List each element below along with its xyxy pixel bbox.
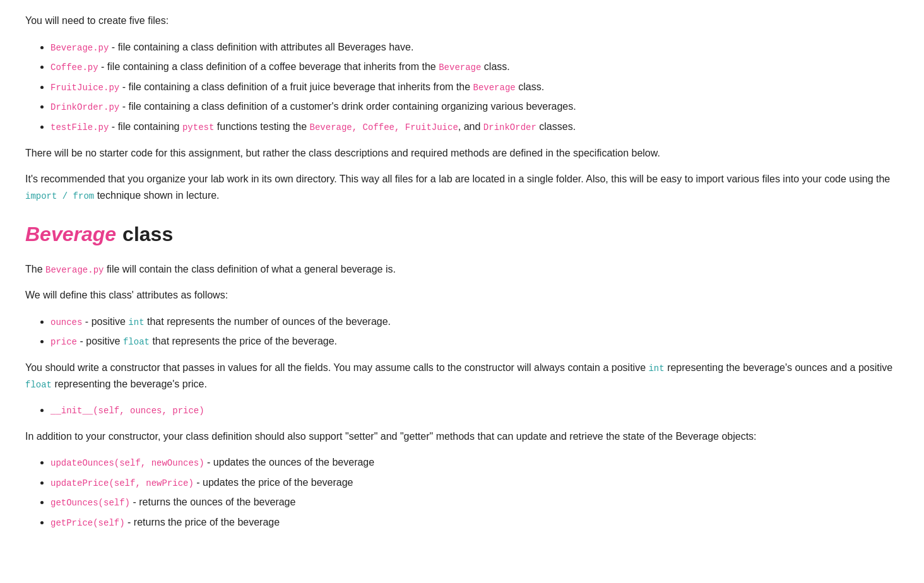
constructor-int: int	[648, 363, 664, 374]
files-list: Beverage.py - file containing a class de…	[25, 39, 899, 135]
organize-text-2: technique shown in lecture.	[94, 190, 219, 201]
method-get-ounces: getOunces(self)	[50, 498, 130, 508]
beverage-intro: The Beverage.py file will contain the cl…	[25, 261, 899, 278]
file-desc-4d: classes.	[536, 121, 576, 132]
constructor-text: You should write a constructor that pass…	[25, 360, 899, 392]
file-desc-1b: class.	[481, 61, 509, 72]
list-item: getPrice(self) - returns the price of th…	[50, 514, 899, 531]
constructor-list: __init__(self, ounces, price)	[25, 402, 899, 418]
constructor-text-2: representing the beverage's ounces and a…	[665, 362, 893, 373]
file-desc-2b: class.	[516, 81, 544, 92]
attr-ounces-desc1: - positive	[82, 316, 128, 327]
list-item: getOunces(self) - returns the ounces of …	[50, 494, 899, 510]
attr-ounces-desc2: that represents the number of ounces of …	[145, 316, 391, 327]
method-get-price-desc: - returns the price of the beverage	[125, 517, 280, 527]
beverage-link-fruitjuice: Beverage	[473, 83, 516, 93]
list-item: price - positive float that represents t…	[50, 333, 899, 350]
define-attributes-text: We will define this class' attributes as…	[25, 287, 899, 303]
list-item: ounces - positive int that represents th…	[50, 314, 899, 330]
method-update-price: updatePrice(self, newPrice)	[50, 478, 194, 488]
beverage-link-coffee: Beverage	[439, 62, 481, 73]
beverage-heading-code: Beverage	[25, 218, 116, 250]
organize-text-1: It's recommended that you organize your …	[25, 174, 890, 184]
filename-fruitjuice: FruitJuice.py	[50, 83, 119, 93]
file-desc-3: - file containing a class definition of …	[119, 101, 576, 112]
method-get-ounces-desc: - returns the ounces of the beverage	[130, 497, 295, 507]
method-update-ounces-desc: - updates the ounces of the beverage	[204, 457, 375, 468]
file-desc-4c: , and	[458, 121, 483, 132]
file-desc-2a: - file containing a class definition of …	[119, 81, 473, 92]
pytest-link: pytest	[182, 122, 214, 132]
files-intro: You will need to create five files:	[25, 13, 899, 29]
beverage-intro-text1: The	[25, 264, 45, 274]
list-item: testFile.py - file containing pytest fun…	[50, 119, 899, 135]
constructor-method: __init__(self, ounces, price)	[50, 406, 204, 416]
attr-ounces-type: int	[128, 317, 144, 327]
method-update-price-desc: - updates the price of the beverage	[194, 477, 353, 488]
beverage-intro-text2: file will contain the class definition o…	[104, 264, 395, 274]
beverage-class-heading: Beverage class	[25, 218, 899, 250]
no-starter-text: There will be no starter code for this a…	[25, 145, 899, 162]
methods-list: updateOunces(self, newOunces) - updates …	[25, 454, 899, 530]
classes-link: Beverage, Coffee, FruitJuice	[310, 122, 458, 132]
list-item: FruitJuice.py - file containing a class …	[50, 79, 899, 95]
method-update-ounces: updateOunces(self, newOunces)	[50, 458, 204, 468]
filename-drinkorder: DrinkOrder.py	[50, 102, 119, 112]
file-desc-0: - file containing a class definition wit…	[109, 42, 413, 52]
list-item: updatePrice(self, newPrice) - updates th…	[50, 474, 899, 491]
file-desc-1a: - file containing a class definition of …	[98, 61, 439, 72]
file-desc-4b: functions testing the	[214, 121, 309, 132]
list-item: __init__(self, ounces, price)	[50, 402, 899, 418]
list-item: Coffee.py - file containing a class defi…	[50, 59, 899, 75]
filename-beverage: Beverage.py	[50, 43, 109, 53]
list-item: Beverage.py - file containing a class de…	[50, 39, 899, 56]
file-desc-4a: - file containing	[109, 121, 182, 132]
attr-price: price	[50, 337, 77, 347]
list-item: updateOunces(self, newOunces) - updates …	[50, 454, 899, 471]
list-item: DrinkOrder.py - file containing a class …	[50, 98, 899, 115]
drinkorder-link: DrinkOrder	[483, 122, 536, 132]
attr-price-desc2: that represents the price of the beverag…	[150, 336, 337, 346]
organize-text: It's recommended that you organize your …	[25, 171, 899, 203]
filename-testfile: testFile.py	[50, 122, 109, 132]
beverage-heading-text: class	[122, 218, 173, 250]
import-technique: import / from	[25, 191, 94, 201]
method-get-price: getPrice(self)	[50, 518, 125, 528]
attr-price-desc1: - positive	[77, 336, 123, 346]
filename-coffee: Coffee.py	[50, 62, 98, 73]
attr-ounces: ounces	[50, 317, 82, 327]
setter-getter-text: In addition to your constructor, your cl…	[25, 428, 899, 445]
constructor-text-1: You should write a constructor that pass…	[25, 362, 648, 373]
attr-price-type: float	[123, 337, 150, 347]
constructor-float: float	[25, 380, 52, 390]
beverage-file-ref: Beverage.py	[45, 265, 104, 275]
constructor-text-3: representing the beverage's price.	[52, 379, 207, 389]
attributes-list: ounces - positive int that represents th…	[25, 314, 899, 350]
